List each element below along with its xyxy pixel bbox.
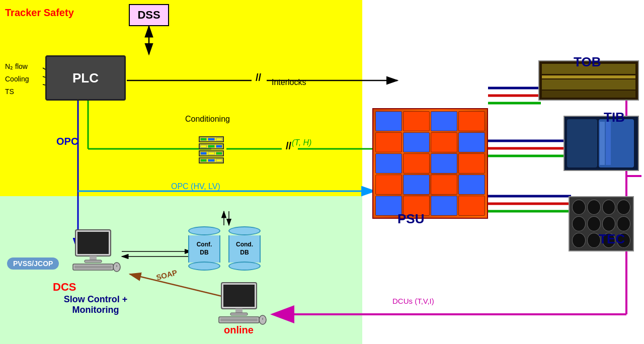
cooling-label: Cooling: [5, 73, 29, 85]
dss-box: DSS: [129, 4, 169, 26]
n2-flow-label: N₂ flow: [5, 60, 29, 73]
tracker-safety-label: Tracker Safety: [5, 7, 74, 19]
diagram-canvas: // // DSS Tracker Safety N₂ flow Cooling…: [0, 0, 644, 344]
slow-control-label: Slow Control + Monitoring: [40, 294, 151, 315]
dss-label: DSS: [137, 9, 160, 22]
opc-hv-lv-label: OPC (HV, LV): [171, 182, 220, 191]
database-container: Conf. DB Cond. DB: [186, 226, 263, 271]
tec-label: TEC: [599, 231, 625, 247]
pvss-badge: PVSS/JCOP: [7, 257, 59, 270]
svg-rect-40: [542, 75, 635, 78]
t-h-label: (T, H): [292, 138, 311, 147]
tib-photo: [564, 116, 639, 171]
ts-label: TS: [5, 85, 29, 98]
online-label: online: [224, 324, 254, 336]
svg-rect-41: [542, 79, 635, 90]
psu-label: PSU: [397, 211, 424, 227]
svg-rect-53: [74, 266, 112, 269]
svg-rect-57: [223, 285, 255, 307]
input-labels: N₂ flow Cooling TS: [5, 60, 29, 99]
tob-label: TOB: [574, 54, 601, 70]
plc-box: PLC: [45, 55, 126, 101]
dcs-computer-icon: [70, 229, 121, 274]
svg-rect-51: [85, 260, 102, 263]
svg-rect-49: [77, 232, 109, 254]
dcs-label: DCS: [53, 281, 76, 294]
svg-rect-44: [567, 119, 597, 167]
tib-label: TIB: [604, 110, 625, 125]
svg-rect-61: [220, 318, 258, 321]
opc-label: OPC: [56, 136, 78, 147]
online-computer-icon: [216, 282, 267, 327]
cond-db: Cond. DB: [226, 226, 263, 271]
svg-rect-47: [606, 122, 611, 165]
conf-db: Conf. DB: [186, 226, 222, 271]
dcs-region: [0, 196, 362, 344]
plc-label: PLC: [72, 70, 99, 86]
interlocks-label: Interlocks: [272, 78, 306, 87]
svg-rect-59: [230, 313, 248, 315]
psu-rack-visual: [372, 108, 488, 219]
conditioning-label: Conditioning: [185, 115, 230, 124]
break-mark-1: //: [256, 72, 261, 83]
break-mark-2: //: [286, 140, 291, 152]
svg-rect-42: [542, 91, 635, 98]
dcus-label: DCUs (T,V,I): [392, 297, 434, 305]
conditioning-device: [196, 130, 226, 170]
svg-rect-46: [600, 122, 605, 165]
